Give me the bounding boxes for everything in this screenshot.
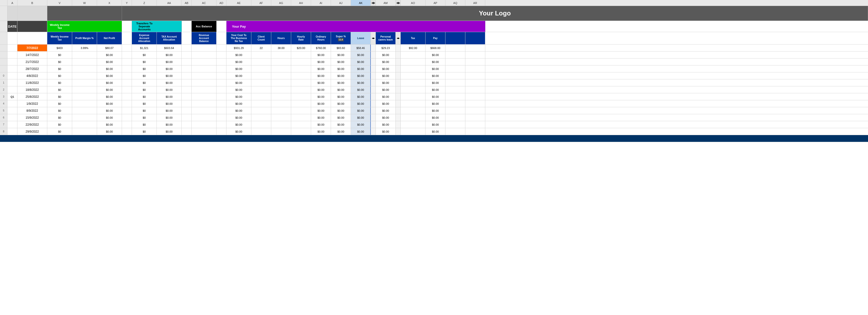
- profit-margin-12[interactable]: [72, 100, 97, 107]
- date-cell-8[interactable]: 4/8/2022: [18, 72, 47, 79]
- col-am-nav[interactable]: ◀▶: [396, 0, 401, 6]
- expense-account-13[interactable]: $0: [132, 107, 157, 114]
- ordinary-hours-6[interactable]: $0.00: [311, 59, 331, 65]
- net-profit-16[interactable]: $0.00: [97, 128, 122, 135]
- tax-7[interactable]: [401, 65, 426, 72]
- leave-8[interactable]: $0.00: [351, 72, 371, 79]
- your-cost-11[interactable]: $0.00: [226, 93, 251, 100]
- leave-12[interactable]: $0.00: [351, 100, 371, 107]
- revenue-account-5[interactable]: [192, 52, 217, 58]
- hours-14[interactable]: [271, 114, 291, 121]
- pay-7[interactable]: $0.00: [426, 65, 445, 72]
- personal-carers-13[interactable]: $0.00: [376, 107, 396, 114]
- pay-15[interactable]: $0.00: [426, 121, 445, 128]
- tax-15[interactable]: [401, 121, 426, 128]
- expense-account-7[interactable]: $0: [132, 65, 157, 72]
- weekly-income-4[interactable]: $403: [47, 44, 72, 51]
- expense-account-15[interactable]: $0: [132, 121, 157, 128]
- super-pct-13[interactable]: $0.00: [331, 107, 351, 114]
- pay-8[interactable]: $0.00: [426, 72, 445, 79]
- date-cell-10[interactable]: 18/8/2022: [18, 86, 47, 93]
- weekly-income-13[interactable]: $0: [47, 107, 72, 114]
- pay-12[interactable]: $0.00: [426, 100, 445, 107]
- tax-account-7[interactable]: $0.00: [157, 65, 182, 72]
- hours-10[interactable]: [271, 86, 291, 93]
- date-cell-9[interactable]: 11/8/2022: [18, 80, 47, 86]
- net-profit-6[interactable]: $0.00: [97, 59, 122, 65]
- super-pct-10[interactable]: $0.00: [331, 86, 351, 93]
- leave-10[interactable]: $0.00: [351, 86, 371, 93]
- client-count-13[interactable]: [251, 107, 271, 114]
- hours-7[interactable]: [271, 65, 291, 72]
- leave-11[interactable]: $0.00: [351, 93, 371, 100]
- date-cell-12[interactable]: 1/9/2022: [18, 100, 47, 107]
- your-cost-5[interactable]: $0.00: [226, 52, 251, 58]
- date-cell-13[interactable]: 8/9/2022: [18, 107, 47, 114]
- revenue-account-6[interactable]: [192, 59, 217, 65]
- personal-carers-8[interactable]: $0.00: [376, 72, 396, 79]
- weekly-income-16[interactable]: $0: [47, 128, 72, 135]
- client-count-4[interactable]: 22: [251, 44, 271, 51]
- net-profit-11[interactable]: $0.00: [97, 93, 122, 100]
- your-cost-15[interactable]: $0.00: [226, 121, 251, 128]
- revenue-account-9[interactable]: [192, 80, 217, 86]
- col-ak-header[interactable]: AK: [351, 0, 371, 6]
- your-cost-4[interactable]: $931.29: [226, 44, 251, 51]
- weekly-income-10[interactable]: $0: [47, 86, 72, 93]
- your-cost-12[interactable]: $0.00: [226, 100, 251, 107]
- tax-account-13[interactable]: $0.00: [157, 107, 182, 114]
- hourly-rate-15[interactable]: [291, 121, 311, 128]
- hours-15[interactable]: [271, 121, 291, 128]
- hourly-rate-11[interactable]: [291, 93, 311, 100]
- personal-carers-9[interactable]: $0.00: [376, 80, 396, 86]
- client-count-6[interactable]: [251, 59, 271, 65]
- date-cell-15[interactable]: 22/9/2022: [18, 121, 47, 128]
- hourly-rate-10[interactable]: [291, 86, 311, 93]
- weekly-income-8[interactable]: $0: [47, 72, 72, 79]
- your-cost-14[interactable]: $0.00: [226, 114, 251, 121]
- revenue-account-12[interactable]: [192, 100, 217, 107]
- your-cost-13[interactable]: $0.00: [226, 107, 251, 114]
- hours-5[interactable]: [271, 52, 291, 58]
- super-pct-11[interactable]: $0.00: [331, 93, 351, 100]
- super-pct-16[interactable]: $0.00: [331, 128, 351, 135]
- leave-15[interactable]: $0.00: [351, 121, 371, 128]
- revenue-account-14[interactable]: [192, 114, 217, 121]
- revenue-account-8[interactable]: [192, 72, 217, 79]
- profit-margin-6[interactable]: [72, 59, 97, 65]
- profit-margin-10[interactable]: [72, 86, 97, 93]
- your-cost-7[interactable]: $0.00: [226, 65, 251, 72]
- tax-account-11[interactable]: $0.00: [157, 93, 182, 100]
- date-cell-16[interactable]: 29/9/2022: [18, 128, 47, 135]
- expense-account-12[interactable]: $0: [132, 100, 157, 107]
- revenue-account-13[interactable]: [192, 107, 217, 114]
- hourly-rate-14[interactable]: [291, 114, 311, 121]
- tax-9[interactable]: [401, 80, 426, 86]
- tax-4[interactable]: $92.00: [401, 44, 426, 51]
- expense-account-10[interactable]: $0: [132, 86, 157, 93]
- pay-13[interactable]: $0.00: [426, 107, 445, 114]
- tax-account-5[interactable]: $0.00: [157, 52, 182, 58]
- expense-account-16[interactable]: $0: [132, 128, 157, 135]
- expense-account-11[interactable]: $0: [132, 93, 157, 100]
- tax-11[interactable]: [401, 93, 426, 100]
- am-nav-arrows[interactable]: ◀▶: [396, 32, 401, 44]
- hourly-rate-9[interactable]: [291, 80, 311, 86]
- tax-account-10[interactable]: $0.00: [157, 86, 182, 93]
- date-cell-14[interactable]: 15/9/2022: [18, 114, 47, 121]
- personal-carers-6[interactable]: $0.00: [376, 59, 396, 65]
- your-cost-9[interactable]: $0.00: [226, 80, 251, 86]
- super-pct-9[interactable]: $0.00: [331, 80, 351, 86]
- profit-margin-4[interactable]: 3.99%: [72, 44, 97, 51]
- pay-5[interactable]: $0.00: [426, 52, 445, 58]
- net-profit-7[interactable]: $0.00: [97, 65, 122, 72]
- tax-account-14[interactable]: $0.00: [157, 114, 182, 121]
- ordinary-hours-13[interactable]: $0.00: [311, 107, 331, 114]
- date-cell-5[interactable]: 14/7/2022: [18, 52, 47, 58]
- weekly-income-15[interactable]: $0: [47, 121, 72, 128]
- net-profit-8[interactable]: $0.00: [97, 72, 122, 79]
- personal-carers-16[interactable]: $0.00: [376, 128, 396, 135]
- profit-margin-13[interactable]: [72, 107, 97, 114]
- ordinary-hours-9[interactable]: $0.00: [311, 80, 331, 86]
- hourly-rate-5[interactable]: [291, 52, 311, 58]
